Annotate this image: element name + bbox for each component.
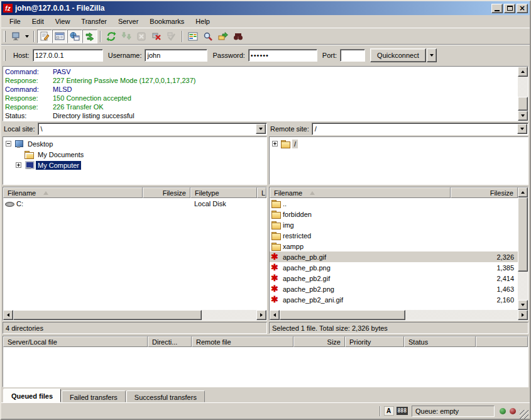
scroll-up-button[interactable] [518, 67, 528, 77]
scroll-thumb[interactable] [518, 97, 528, 111]
close-button[interactable]: × [517, 4, 528, 13]
site-manager-dropdown[interactable] [23, 30, 31, 43]
log-vertical-scrollbar[interactable] [518, 67, 528, 121]
column-header-lastmodified[interactable]: L [257, 187, 266, 198]
queue-body[interactable] [3, 347, 528, 387]
scroll-down-button[interactable] [518, 111, 528, 121]
username-input[interactable] [145, 49, 207, 62]
local-site-combobox[interactable]: \ [38, 123, 267, 135]
tab-queued-files[interactable]: Queued files [3, 389, 61, 402]
column-header-status[interactable]: Status [404, 336, 476, 347]
reconnect-button[interactable] [164, 30, 179, 43]
column-header-direction[interactable]: Directi... [148, 336, 192, 347]
column-header-filesize[interactable]: Filesize [451, 187, 518, 198]
scroll-down-button[interactable] [518, 300, 528, 310]
local-site-dropdown[interactable] [256, 124, 266, 134]
image-file-icon [271, 263, 282, 272]
maximize-button[interactable] [504, 4, 515, 13]
ascii-datatype-icon[interactable]: A [384, 406, 394, 416]
scroll-right-button[interactable] [518, 310, 528, 320]
scroll-left-button[interactable] [270, 310, 280, 320]
queue-status-panel: Queue: empty [412, 406, 495, 417]
column-header-filetype[interactable]: Filetype [190, 187, 257, 198]
remote-list-body[interactable]: .. forbidden img restricted xampp apache… [270, 198, 518, 310]
toolbar-separator [182, 31, 183, 42]
column-header-filename[interactable]: Filename [270, 187, 451, 198]
remote-file-row-selected[interactable]: apache_pb.gif2,326 [270, 251, 518, 262]
collapse-icon[interactable] [6, 141, 11, 146]
password-input[interactable] [248, 49, 317, 62]
scroll-thumb[interactable] [518, 197, 528, 272]
menu-transfer[interactable]: Transfer [75, 16, 112, 27]
column-header-priority[interactable]: Priority [345, 336, 404, 347]
arrow-right-icon [522, 313, 524, 317]
remote-site-dropdown[interactable] [517, 124, 527, 134]
menu-file[interactable]: File [4, 16, 26, 27]
cancel-operation-button[interactable] [134, 30, 149, 43]
scroll-right-button[interactable] [256, 310, 266, 320]
toggle-transfer-queue-button[interactable] [82, 30, 97, 43]
column-header-remote-file[interactable]: Remote file [192, 336, 293, 347]
column-header-server-local-file[interactable]: Server/Local file [3, 336, 148, 347]
tree-item-my-documents[interactable]: My Documents [4, 149, 266, 160]
remote-file-row[interactable]: restricted [270, 230, 518, 241]
scroll-thumb[interactable] [280, 310, 405, 320]
remote-file-row[interactable]: apache_pb.png1,385 [270, 262, 518, 273]
tab-failed-transfers[interactable]: Failed transfers [62, 390, 126, 402]
tree-item-my-computer[interactable]: My Computer [4, 160, 266, 170]
toggle-remote-tree-button[interactable] [67, 30, 82, 43]
menu-help[interactable]: Help [190, 16, 216, 27]
column-header-filesize[interactable]: Filesize [143, 187, 190, 198]
process-queue-button[interactable] [119, 30, 134, 43]
local-list-body[interactable]: C: Local Disk [3, 198, 266, 310]
local-horizontal-scrollbar[interactable] [3, 310, 266, 320]
speed-limits-icon[interactable]: 888 [397, 407, 408, 415]
local-file-row[interactable]: C: Local Disk [3, 198, 266, 209]
filter-button[interactable] [200, 30, 216, 43]
quickconnect-button[interactable]: Quickconnect [370, 48, 426, 62]
refresh-button[interactable] [104, 30, 119, 43]
directory-comparison-button[interactable] [185, 30, 200, 43]
menu-view[interactable]: View [50, 16, 76, 27]
remote-list-header: Filename Filesize [270, 187, 518, 198]
tree-item-desktop[interactable]: Desktop [4, 138, 266, 149]
remote-file-row[interactable]: forbidden [270, 209, 518, 219]
remote-horizontal-scrollbar[interactable] [270, 310, 528, 320]
expand-icon[interactable] [272, 141, 278, 146]
remote-file-row[interactable]: .. [270, 198, 518, 209]
file-size: 2,160 [451, 296, 518, 304]
toggle-message-log-button[interactable] [37, 30, 52, 43]
remote-vertical-scrollbar[interactable] [518, 187, 528, 310]
remote-file-row[interactable]: apache_pb2.gif2,414 [270, 273, 518, 284]
expand-icon[interactable] [16, 162, 21, 168]
scroll-thumb[interactable] [13, 310, 202, 320]
host-input[interactable] [33, 49, 103, 62]
quickconnect-dropdown[interactable] [427, 48, 437, 62]
minimize-button[interactable] [491, 4, 503, 13]
column-header-filename[interactable]: Filename [3, 187, 143, 198]
toggle-local-tree-button[interactable] [52, 30, 67, 43]
local-file-list: Filename Filesize Filetype L C: Local Di… [3, 187, 267, 321]
port-input[interactable] [340, 49, 365, 62]
remote-file-row[interactable]: apache_pb2_ani.gif2,160 [270, 294, 518, 305]
menu-edit[interactable]: Edit [26, 16, 50, 27]
scroll-left-button[interactable] [3, 310, 13, 320]
synchronized-browsing-button[interactable] [216, 30, 231, 43]
site-manager-button[interactable] [8, 30, 23, 43]
menu-bookmarks[interactable]: Bookmarks [144, 16, 190, 27]
remote-site-combobox[interactable]: / [312, 123, 528, 135]
menu-server[interactable]: Server [112, 16, 144, 27]
folder-icon [280, 139, 291, 148]
column-header-size[interactable]: Size [293, 336, 345, 347]
disconnect-button[interactable] [149, 30, 164, 43]
port-label: Port: [322, 52, 337, 59]
tree-item-root[interactable]: / [270, 138, 527, 149]
remote-file-row[interactable]: xampp [270, 241, 518, 251]
remote-file-row[interactable]: img [270, 219, 518, 230]
resize-grip[interactable] [520, 410, 528, 419]
find-files-button[interactable] [231, 30, 246, 43]
remote-file-row[interactable]: apache_pb2.png1,463 [270, 284, 518, 294]
scroll-up-button[interactable] [518, 187, 528, 197]
tab-successful-transfers[interactable]: Successful transfers [126, 390, 205, 402]
title-bar[interactable]: fz john@127.0.0.1 - FileZilla × [1, 1, 530, 15]
